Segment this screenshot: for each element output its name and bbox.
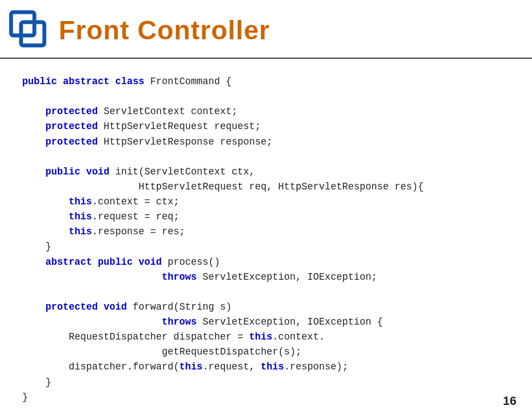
code-block: public abstract class FrontCommand { pro… [22, 74, 510, 405]
kw-this4: this [249, 331, 273, 342]
kw-this-request: this [180, 361, 203, 372]
kw-abstract: abstract [63, 76, 110, 87]
kw-throws1: throws [162, 271, 197, 283]
kw-void2: void [139, 256, 162, 268]
kw-protected4: protected [45, 301, 98, 312]
header: Front Controller [0, 0, 532, 59]
kw-this2: this [69, 211, 92, 222]
kw-void3: void [104, 301, 127, 312]
logo-icon [9, 10, 49, 50]
code-area: public abstract class FrontCommand { pro… [0, 59, 532, 416]
page-number: 16 [503, 394, 516, 408]
kw-public2: public [45, 166, 80, 177]
kw-protected2: protected [45, 121, 98, 132]
kw-this3: this [69, 226, 92, 237]
kw-public3: public [98, 256, 133, 268]
kw-this-response: this [261, 361, 284, 372]
kw-abstract2: abstract [45, 256, 92, 268]
kw-class: class [115, 76, 145, 87]
page-title: Front Controller [59, 15, 270, 45]
kw-protected3: protected [45, 136, 98, 147]
kw-protected1: protected [45, 106, 98, 117]
kw-void1: void [86, 166, 110, 177]
kw-throws2: throws [162, 316, 197, 327]
kw-public: public [22, 76, 57, 87]
kw-this1: this [69, 196, 92, 207]
